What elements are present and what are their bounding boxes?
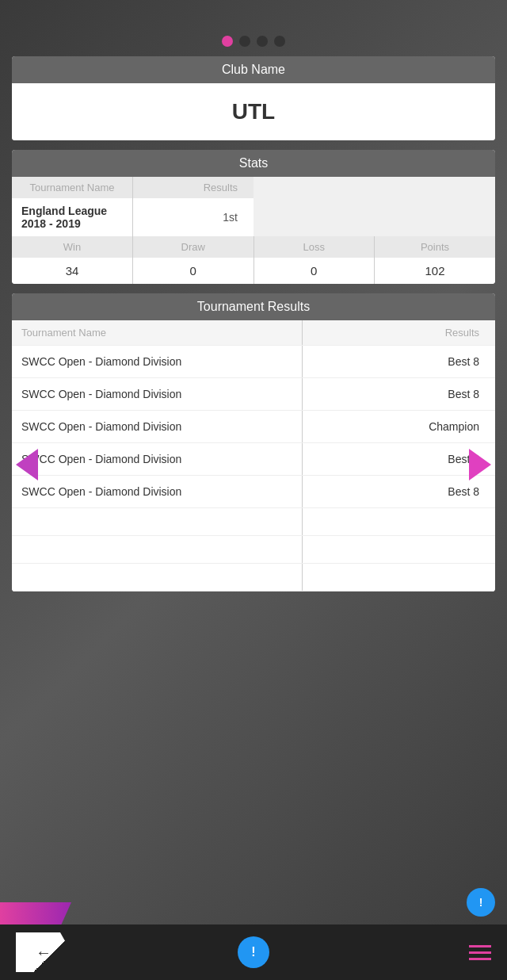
tournament-row: SWCC Open - Diamond DivisionBest 8 — [12, 346, 495, 378]
win-val: 34 — [12, 258, 133, 284]
tournament-results-header: Tournament Results — [12, 293, 495, 320]
club-name-card: Club Name UTL — [12, 56, 495, 140]
tournament-results-table: Tournament Name Results SWCC Open - Diam… — [12, 320, 495, 591]
wdlp-values: 34 0 0 102 — [12, 258, 495, 284]
loss-val: 0 — [254, 258, 375, 284]
t-name-col-header: Tournament Name — [12, 320, 302, 346]
tournament-name-cell: SWCC Open - Diamond Division — [12, 411, 302, 443]
tournament-result-cell: Best 8 — [302, 476, 495, 508]
tournament-row: SWCC Open - Diamond DivisionBest 8 — [12, 476, 495, 508]
club-name-header: Club Name — [12, 56, 495, 83]
points-val: 102 — [375, 258, 496, 284]
draw-val: 0 — [133, 258, 254, 284]
back-button[interactable]: ← — [16, 932, 71, 972]
draw-header: Draw — [133, 236, 254, 258]
stats-full-league-row: England League 2018 - 2019 1st — [12, 198, 495, 236]
stats-full-table: Tournament Name Results England League 2… — [12, 177, 495, 284]
club-name-value: UTL — [12, 83, 495, 140]
tournament-result-cell: Best 8 — [302, 346, 495, 378]
info-icon-top: ! — [479, 896, 483, 909]
tournament-result-cell: Best 8 — [302, 378, 495, 411]
menu-line-2 — [469, 951, 491, 954]
tournament-row: SWCC Open - Diamond DivisionChampion — [12, 411, 495, 443]
empty-row — [12, 564, 495, 591]
bottom-info-button[interactable]: ! — [238, 936, 269, 968]
dot-3[interactable] — [257, 36, 268, 47]
tournament-col-headers: Tournament Name Results — [12, 320, 495, 346]
back-icon: ← — [36, 944, 51, 962]
win-header: Win — [12, 236, 133, 258]
t-result-col-header: Results — [302, 320, 495, 346]
stats-detail-card: Stats Tournament Name Results England Le… — [12, 150, 495, 284]
next-arrow[interactable] — [469, 449, 491, 480]
page-dots — [12, 36, 495, 47]
stats-full-col-header: Tournament Name Results — [12, 177, 495, 198]
dot-2[interactable] — [239, 36, 250, 47]
tn-col: Tournament Name — [12, 177, 133, 198]
tournament-name-cell: SWCC Open - Diamond Division — [12, 378, 302, 411]
loss-header: Loss — [254, 236, 375, 258]
tournament-row: SWCC Open - Diamond DivisionBest 8 — [12, 378, 495, 411]
points-header: Points — [375, 236, 496, 258]
tournament-row: SWCC Open - Diamond DivisionBest 4 — [12, 443, 495, 476]
dot-4[interactable] — [274, 36, 285, 47]
menu-button[interactable] — [469, 945, 491, 960]
dot-1[interactable] — [222, 36, 233, 47]
bottom-nav-bar: ← ! — [0, 924, 507, 980]
stats-detail-header: Stats — [12, 150, 495, 177]
tournament-name-cell: SWCC Open - Diamond Division — [12, 346, 302, 378]
wdlp-headers: Win Draw Loss Points — [12, 236, 495, 258]
bottom-info-icon: ! — [251, 945, 255, 959]
full-league-result: 1st — [133, 198, 254, 236]
empty-row — [12, 508, 495, 536]
prev-arrow[interactable] — [16, 449, 38, 480]
tournament-result-cell: Champion — [302, 411, 495, 443]
empty-row — [12, 536, 495, 564]
info-button-top[interactable]: ! — [467, 888, 495, 917]
tournament-name-cell: SWCC Open - Diamond Division — [12, 443, 302, 476]
menu-line-1 — [469, 945, 491, 947]
tournament-results-section: Tournament Results Tournament Name Resul… — [12, 293, 495, 591]
full-league-name: England League 2018 - 2019 — [12, 198, 133, 236]
menu-line-3 — [469, 958, 491, 960]
bottom-accent — [0, 902, 71, 926]
tournament-result-cell: Best 4 — [302, 443, 495, 476]
res-col: Results — [133, 177, 254, 198]
bottom-center-button: ! — [238, 936, 269, 968]
tournament-name-cell: SWCC Open - Diamond Division — [12, 476, 302, 508]
